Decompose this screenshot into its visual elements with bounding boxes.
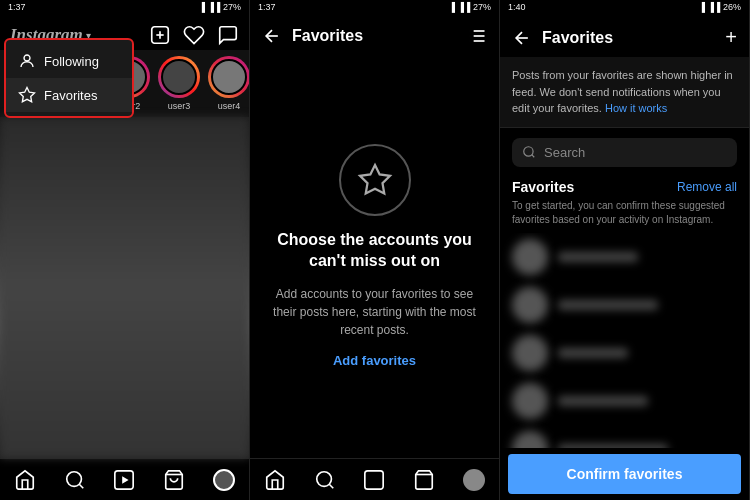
list-options-icon[interactable] xyxy=(467,26,487,46)
svg-line-18 xyxy=(329,484,333,488)
favorites-list-title: Favorites xyxy=(542,29,715,47)
confirm-favorites-button[interactable]: Confirm favorites xyxy=(508,454,741,494)
name-blur-3 xyxy=(558,348,628,358)
favorites-info-banner: Posts from your favorites are shown high… xyxy=(500,57,749,128)
svg-point-3 xyxy=(24,55,30,61)
list-item xyxy=(500,377,749,425)
svg-line-6 xyxy=(79,484,83,488)
status-bar-3: 1:40 ▐ ▐▐ 26% xyxy=(500,0,749,16)
time-1: 1:37 xyxy=(8,2,26,14)
dropdown-favorites[interactable]: Favorites xyxy=(6,78,132,112)
favorites-section-header: Favorites Remove all xyxy=(500,173,749,199)
add-favorites-link[interactable]: Add favorites xyxy=(333,353,416,368)
status-bar-1: 1:37 ▐ ▐▐ 27% xyxy=(0,0,249,16)
nav-reels-icon-2[interactable] xyxy=(363,469,385,491)
nav-home-icon[interactable] xyxy=(14,469,36,491)
signal-icons-2: ▐ ▐▐ 27% xyxy=(449,2,491,14)
feed-type-dropdown: Following Favorites xyxy=(4,38,134,118)
avatar-blur-4 xyxy=(512,383,548,419)
back-arrow-icon-2[interactable] xyxy=(262,26,282,46)
empty-sub-text: Add accounts to your favorites to see th… xyxy=(270,285,479,339)
nav-reels-icon[interactable] xyxy=(113,469,135,491)
feed-blur-overlay xyxy=(0,117,249,458)
time-3: 1:40 xyxy=(508,2,526,14)
story-4[interactable]: user4 xyxy=(208,56,249,111)
favorites-empty-content: Choose the accounts you can't miss out o… xyxy=(250,54,499,458)
search-icon xyxy=(522,145,536,159)
favorites-empty-title: Favorites xyxy=(292,27,457,45)
bottom-nav-1 xyxy=(0,458,249,500)
nav-search-icon-2[interactable] xyxy=(314,469,336,491)
empty-main-text: Choose the accounts you can't miss out o… xyxy=(270,230,479,272)
story-3[interactable]: user3 xyxy=(158,56,200,111)
svg-rect-19 xyxy=(365,470,383,488)
panel-favorites-list: 1:40 ▐ ▐▐ 26% Favorites + Posts from you… xyxy=(500,0,750,500)
svg-line-23 xyxy=(532,155,535,158)
nav-profile-avatar-2[interactable] xyxy=(463,469,485,491)
list-item xyxy=(500,425,749,449)
nav-search-icon[interactable] xyxy=(64,469,86,491)
signal-icons-1: ▐ ▐▐ 27% xyxy=(199,2,241,14)
nav-shop-icon-2[interactable] xyxy=(413,469,435,491)
favorites-empty-header: Favorites xyxy=(250,16,499,54)
svg-marker-16 xyxy=(360,165,390,194)
avatar-blur-1 xyxy=(512,239,548,275)
bottom-nav-2 xyxy=(250,458,499,500)
svg-point-22 xyxy=(524,147,533,156)
avatar-blur-5 xyxy=(512,431,548,449)
list-item xyxy=(500,329,749,377)
avatar-blur-2 xyxy=(512,287,548,323)
avatar-blur-3 xyxy=(512,335,548,371)
nav-shop-icon[interactable] xyxy=(163,469,185,491)
favorites-description: To get started, you can confirm these su… xyxy=(500,199,749,233)
search-placeholder: Search xyxy=(544,145,585,160)
favorites-list-header: Favorites + xyxy=(500,16,749,57)
search-bar[interactable]: Search xyxy=(512,138,737,167)
panel-instagram-feed: 1:37 ▐ ▐▐ 27% Instagram ▾ Following Favo… xyxy=(0,0,250,500)
nav-profile-avatar[interactable] xyxy=(213,469,235,491)
status-bar-2: 1:37 ▐ ▐▐ 27% xyxy=(250,0,499,16)
name-blur-2 xyxy=(558,300,658,310)
back-arrow-icon-3[interactable] xyxy=(512,28,532,48)
messenger-icon[interactable] xyxy=(217,24,239,46)
list-item xyxy=(500,281,749,329)
remove-all-button[interactable]: Remove all xyxy=(677,180,737,194)
svg-point-17 xyxy=(316,471,331,486)
add-post-icon[interactable] xyxy=(149,24,171,46)
nav-home-icon-2[interactable] xyxy=(264,469,286,491)
svg-point-5 xyxy=(66,471,81,486)
dropdown-following[interactable]: Following xyxy=(6,44,132,78)
list-item xyxy=(500,233,749,281)
info-text: Posts from your favorites are shown high… xyxy=(512,67,737,117)
name-blur-1 xyxy=(558,252,638,262)
star-circle-icon xyxy=(339,144,411,216)
name-blur-5 xyxy=(558,444,668,449)
panel-favorites-empty: 1:37 ▐ ▐▐ 27% Favorites Choose the accou… xyxy=(250,0,500,500)
name-blur-4 xyxy=(558,396,648,406)
how-it-works-link[interactable]: How it works xyxy=(605,102,667,114)
signal-icons-3: ▐ ▐▐ 26% xyxy=(699,2,741,14)
feed-content xyxy=(0,117,249,458)
add-icon[interactable]: + xyxy=(725,26,737,49)
svg-marker-4 xyxy=(20,88,35,102)
favorites-list xyxy=(500,233,749,449)
time-2: 1:37 xyxy=(258,2,276,14)
header-action-icons xyxy=(149,24,239,46)
favorites-section-title: Favorites xyxy=(512,179,574,195)
star-icon xyxy=(357,162,393,198)
heart-icon[interactable] xyxy=(183,24,205,46)
